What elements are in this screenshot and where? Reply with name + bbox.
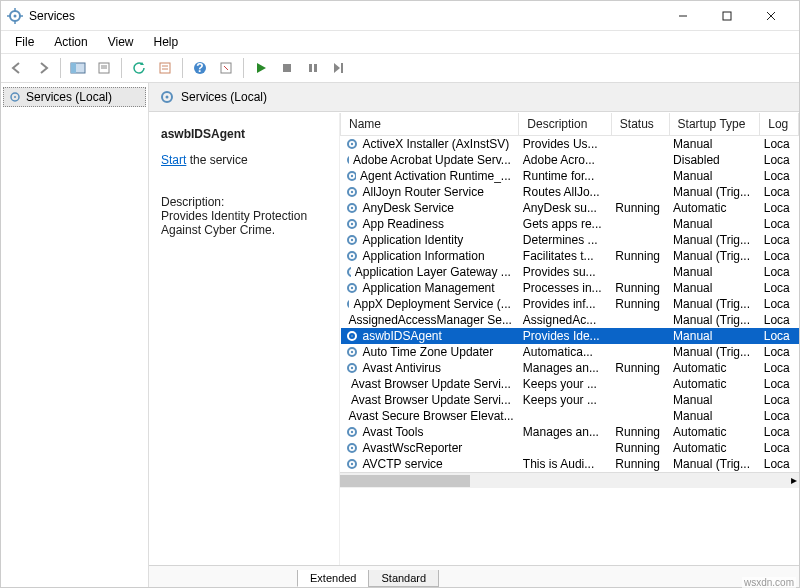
col-status[interactable]: Status	[611, 113, 669, 136]
gear-icon	[345, 425, 359, 439]
svc-startup: Manual (Trig...	[669, 344, 760, 360]
col-startup[interactable]: Startup Type	[669, 113, 760, 136]
col-name[interactable]: Name	[341, 113, 519, 136]
start-service-button[interactable]	[249, 57, 273, 79]
svc-startup: Manual (Trig...	[669, 296, 760, 312]
table-row[interactable]: Avast Browser Update Servi...Keeps your …	[341, 392, 799, 408]
help-button[interactable]: ?	[188, 57, 212, 79]
properties-button[interactable]	[153, 57, 177, 79]
stop-service-button[interactable]	[275, 57, 299, 79]
restart-service-button[interactable]	[327, 57, 351, 79]
svg-point-42	[350, 335, 352, 337]
start-link[interactable]: Start	[161, 153, 186, 167]
svc-startup: Manual	[669, 168, 760, 184]
table-row[interactable]: AnyDesk ServiceAnyDesk su...RunningAutom…	[341, 200, 799, 216]
about-button[interactable]	[214, 57, 238, 79]
svc-desc: Routes AllJo...	[519, 184, 611, 200]
pause-service-button[interactable]	[301, 57, 325, 79]
svc-desc: Gets apps re...	[519, 216, 611, 232]
tab-standard[interactable]: Standard	[368, 570, 439, 587]
table-row[interactable]: Avast Secure Browser Elevat...ManualLoca	[341, 408, 799, 424]
refresh-button[interactable]	[127, 57, 151, 79]
detail-pane: Services (Local) aswbIDSAgent Start the …	[149, 83, 799, 587]
svc-desc: Determines ...	[519, 232, 611, 248]
svc-startup: Manual	[669, 392, 760, 408]
svg-point-36	[350, 239, 352, 241]
table-row[interactable]: AVCTP serviceThis is Audi...RunningManua…	[341, 456, 799, 472]
svc-status	[611, 392, 669, 408]
export-list-button[interactable]	[92, 57, 116, 79]
table-row[interactable]: Adobe Acrobat Update Serv...Adobe Acro..…	[341, 152, 799, 168]
gear-icon	[345, 297, 350, 311]
table-row[interactable]: Auto Time Zone UpdaterAutomatica...Manua…	[341, 344, 799, 360]
svc-name: AllJoyn Router Service	[363, 185, 484, 199]
gear-icon	[345, 281, 359, 295]
table-row[interactable]: Avast AntivirusManages an...RunningAutom…	[341, 360, 799, 376]
table-row[interactable]: Application IdentityDetermines ...Manual…	[341, 232, 799, 248]
detail-header-label: Services (Local)	[181, 90, 267, 104]
svc-startup: Automatic	[669, 376, 760, 392]
svc-logon: Loca	[760, 216, 799, 232]
gear-icon	[345, 265, 351, 279]
menu-help[interactable]: Help	[146, 33, 187, 51]
watermark: wsxdn.com	[742, 577, 796, 588]
svg-point-43	[350, 351, 352, 353]
svg-point-50	[350, 463, 352, 465]
table-row[interactable]: ActiveX Installer (AxInstSV)Provides Us.…	[341, 136, 799, 153]
svg-rect-24	[314, 64, 317, 72]
table-row[interactable]: Avast Browser Update Servi...Keeps your …	[341, 376, 799, 392]
svg-text:?: ?	[196, 61, 203, 75]
table-row[interactable]: AppX Deployment Service (...Provides inf…	[341, 296, 799, 312]
table-row[interactable]: Agent Activation Runtime_...Runtime for.…	[341, 168, 799, 184]
close-button[interactable]	[749, 2, 793, 30]
table-row[interactable]: App ReadinessGets apps re...ManualLoca	[341, 216, 799, 232]
svc-logon: Loca	[760, 408, 799, 424]
menu-action[interactable]: Action	[46, 33, 95, 51]
table-row[interactable]: AssignedAccessManager Se...AssignedAc...…	[341, 312, 799, 328]
svc-name: Application Layer Gateway ...	[355, 265, 511, 279]
tab-extended[interactable]: Extended	[297, 570, 369, 587]
gear-icon	[345, 329, 359, 343]
col-logon[interactable]: Log	[760, 113, 799, 136]
menu-view[interactable]: View	[100, 33, 142, 51]
svg-point-44	[350, 367, 352, 369]
svg-rect-11	[71, 63, 76, 73]
svc-status	[611, 312, 669, 328]
menu-file[interactable]: File	[7, 33, 42, 51]
nav-services-local[interactable]: Services (Local)	[3, 87, 146, 107]
maximize-button[interactable]	[705, 2, 749, 30]
svg-rect-25	[341, 63, 343, 73]
svc-startup: Automatic	[669, 424, 760, 440]
col-description[interactable]: Description	[519, 113, 611, 136]
service-table: Name Description Status Startup Type Log…	[340, 113, 799, 472]
forward-button[interactable]	[31, 57, 55, 79]
back-button[interactable]	[5, 57, 29, 79]
svc-status	[611, 344, 669, 360]
svg-point-35	[350, 223, 352, 225]
table-row[interactable]: Application Layer Gateway ...Provides su…	[341, 264, 799, 280]
svc-status	[611, 264, 669, 280]
gear-icon	[345, 441, 359, 455]
svc-status: Running	[611, 456, 669, 472]
svc-desc: This is Audi...	[519, 456, 611, 472]
table-row[interactable]: aswbIDSAgentProvides Ide...ManualLoca	[341, 328, 799, 344]
svc-desc: AssignedAc...	[519, 312, 611, 328]
svc-status: Running	[611, 360, 669, 376]
show-hide-tree-button[interactable]	[66, 57, 90, 79]
table-row[interactable]: Application ManagementProcesses in...Run…	[341, 280, 799, 296]
svg-point-34	[350, 207, 352, 209]
horiz-scrollbar[interactable]: ▸	[340, 472, 799, 488]
table-row[interactable]: Avast ToolsManages an...RunningAutomatic…	[341, 424, 799, 440]
svc-status: Running	[611, 200, 669, 216]
minimize-button[interactable]	[661, 2, 705, 30]
gear-icon	[345, 169, 357, 183]
table-row[interactable]: AllJoyn Router ServiceRoutes AllJo...Man…	[341, 184, 799, 200]
svg-rect-23	[309, 64, 312, 72]
scroll-right-icon[interactable]: ▸	[791, 473, 797, 487]
table-row[interactable]: AvastWscReporterRunningAutomaticLoca	[341, 440, 799, 456]
svc-startup: Manual	[669, 408, 760, 424]
table-row[interactable]: Application InformationFacilitates t...R…	[341, 248, 799, 264]
svc-desc: Manages an...	[519, 360, 611, 376]
gear-icon	[345, 393, 348, 407]
service-list[interactable]: Name Description Status Startup Type Log…	[339, 113, 799, 565]
